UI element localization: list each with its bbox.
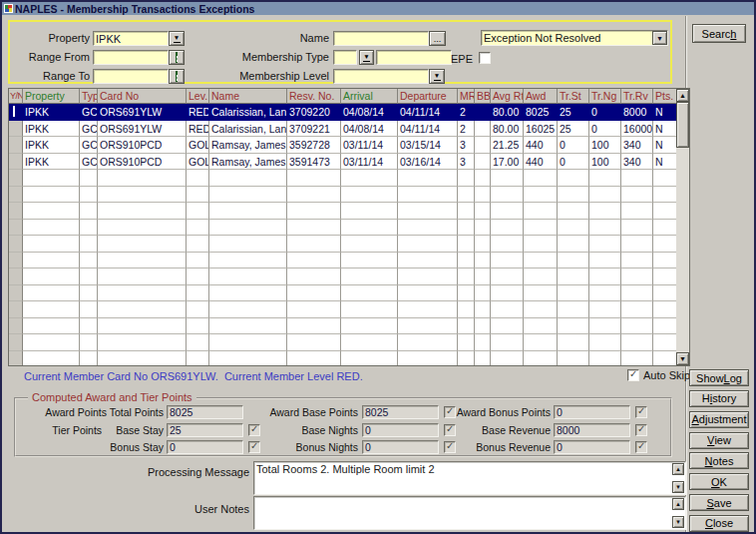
column-header-pts: Pts. <box>653 89 678 104</box>
range-to-calendar-button[interactable] <box>169 69 185 84</box>
textarea-scroll-down-icon[interactable]: ▼ <box>672 516 684 528</box>
table-cell <box>589 170 621 187</box>
table-row-empty[interactable] <box>9 170 689 187</box>
view-button[interactable]: View <box>689 432 749 449</box>
combo-dropdown-arrow-icon[interactable]: ▼ <box>652 31 667 45</box>
table-row[interactable]: IPKKGCORS910PCDGOLDRamsay, James35927280… <box>9 137 689 154</box>
table-cell <box>80 253 98 269</box>
table-cell <box>98 203 187 220</box>
table-cell <box>98 351 187 366</box>
scroll-down-icon[interactable]: ▼ <box>676 352 689 365</box>
table-row-empty[interactable] <box>9 318 689 335</box>
base-revenue-label: Base Revenue <box>455 423 551 437</box>
table-cell: 04/11/14 <box>398 104 458 121</box>
membership-type-code-input[interactable] <box>333 50 357 65</box>
table-cell <box>558 236 589 253</box>
table-cell <box>341 170 398 187</box>
table-cell <box>398 170 458 187</box>
table-cell <box>653 170 678 187</box>
bonus-nights-label: Bonus Nights <box>261 440 358 454</box>
table-row-empty[interactable] <box>9 285 689 302</box>
epe-checkbox[interactable] <box>479 52 491 64</box>
range-from-calendar-button[interactable] <box>169 50 185 65</box>
processing-message-textarea[interactable]: Total Rooms 2. Multiple Room limit 2 ▲ ▼ <box>253 461 686 495</box>
table-row-empty[interactable] <box>9 220 689 237</box>
textarea-scroll-up-icon[interactable]: ▲ <box>672 463 684 475</box>
membership-level-input[interactable] <box>333 69 429 84</box>
table-cell <box>621 334 653 351</box>
table-row-empty[interactable] <box>9 203 689 220</box>
range-to-input[interactable] <box>93 69 169 84</box>
processing-message-label: Processing Message <box>62 465 249 480</box>
table-cell <box>187 285 209 302</box>
search-button[interactable]: Search <box>692 24 746 43</box>
table-row-empty[interactable] <box>9 253 689 269</box>
show-log-button[interactable]: Show Log <box>689 369 749 386</box>
table-cell <box>398 253 458 269</box>
table-cell: GC <box>80 154 98 171</box>
textarea-scroll-up-icon[interactable]: ▲ <box>672 498 684 510</box>
table-row[interactable]: IPKKGCORS691YLWREDCalarissian, Lando3709… <box>9 121 689 138</box>
table-cell <box>458 285 475 302</box>
table-cell <box>98 220 187 237</box>
table-scrollbar[interactable]: ▲ ▼ <box>676 89 689 365</box>
scroll-up-icon[interactable]: ▲ <box>676 89 689 102</box>
filter-panel: Property ▼ Range From Range To Name ... … <box>8 20 672 84</box>
table-row-empty[interactable] <box>9 334 689 351</box>
table-cell <box>209 187 287 204</box>
range-from-input[interactable] <box>93 50 169 65</box>
table-row-empty[interactable] <box>9 351 689 366</box>
user-notes-textarea[interactable]: ▲ ▼ <box>253 496 686 530</box>
name-input[interactable] <box>333 31 429 46</box>
table-cell <box>653 220 678 237</box>
table-cell <box>491 187 524 204</box>
save-button[interactable]: Save <box>689 494 749 511</box>
award-bonus-points-label: Award Bonus Points <box>455 405 551 419</box>
table-cell <box>589 285 621 302</box>
table-cell <box>98 170 187 187</box>
table-cell: 440 <box>524 154 558 171</box>
history-button[interactable]: History <box>689 390 749 407</box>
table-cell <box>80 318 98 335</box>
table-cell <box>187 253 209 269</box>
table-row-empty[interactable] <box>9 268 689 285</box>
table-cell: 0 <box>558 137 589 154</box>
adjustment-button[interactable]: Adjustment <box>689 411 749 428</box>
property-input[interactable] <box>93 31 169 46</box>
table-cell <box>209 220 287 237</box>
table-cell <box>458 318 475 335</box>
table-cell <box>524 236 558 253</box>
table-row-empty[interactable] <box>9 236 689 253</box>
table-cell: 8025 <box>524 104 558 121</box>
membership-type-lov-button[interactable]: ▼ <box>359 50 374 65</box>
close-button[interactable]: Close <box>689 515 749 532</box>
ok-button[interactable]: OK <box>689 473 749 490</box>
name-ellipsis-button[interactable]: ... <box>429 31 446 46</box>
table-cell: 340 <box>621 137 653 154</box>
range-from-label: Range From <box>10 50 90 65</box>
auto-skip-checkbox[interactable] <box>627 369 639 381</box>
current-member-status: Current Member Card No ORS691YLW. Curren… <box>24 370 363 382</box>
table-cell <box>9 268 23 285</box>
table-cell <box>23 253 80 269</box>
table-cell <box>187 351 209 366</box>
table-cell <box>621 318 653 335</box>
property-lov-button[interactable]: ▼ <box>169 31 185 46</box>
table-row-empty[interactable] <box>9 187 689 204</box>
membership-level-lov-button[interactable]: ▼ <box>429 69 445 84</box>
table-cell <box>209 268 287 285</box>
table-cell <box>653 318 678 335</box>
scroll-thumb[interactable] <box>676 102 689 148</box>
notes-button[interactable]: Notes <box>689 452 749 469</box>
exception-status-combobox[interactable]: Exception Not Resolved ▼ <box>481 30 668 46</box>
textarea-scroll-down-icon[interactable]: ▼ <box>672 481 684 493</box>
table-cell: 2 <box>458 121 475 138</box>
bonus-stay-label: Bonus Stay <box>18 440 164 454</box>
membership-type-label: Membership Type <box>239 50 329 65</box>
table-row[interactable]: IPKKGCORS691YLWREDCalarissian, Lando3709… <box>9 104 689 121</box>
table-cell <box>23 187 80 204</box>
scroll-track[interactable] <box>676 148 689 352</box>
table-cell <box>524 187 558 204</box>
table-row-empty[interactable] <box>9 301 689 318</box>
table-row[interactable]: IPKKGCORS910PCDGOLDRamsay, James35914730… <box>9 154 689 171</box>
